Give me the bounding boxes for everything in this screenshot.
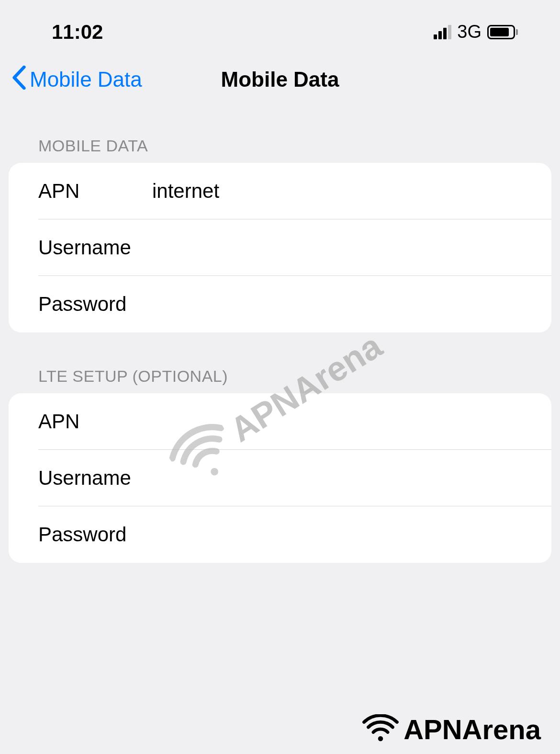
- input-lte-username[interactable]: [152, 467, 551, 490]
- battery-icon: [487, 25, 518, 39]
- back-label: Mobile Data: [30, 68, 142, 91]
- row-label-username: Username: [38, 236, 152, 259]
- content: MOBILE DATA APN Username Password LTE SE…: [0, 93, 560, 563]
- row-lte-apn[interactable]: APN: [9, 393, 551, 450]
- signal-strength-icon: [434, 25, 451, 39]
- row-password[interactable]: Password: [9, 276, 551, 332]
- status-bar: 11:02 3G: [0, 0, 560, 46]
- row-label-lte-password: Password: [38, 523, 152, 546]
- nav-bar: Mobile Data Mobile Data: [0, 46, 560, 93]
- status-right: 3G: [434, 22, 518, 42]
- row-lte-username[interactable]: Username: [9, 450, 551, 506]
- page-title: Mobile Data: [221, 68, 339, 91]
- wifi-icon: [361, 714, 400, 745]
- section-group-mobile-data: APN Username Password: [9, 163, 551, 332]
- row-label-lte-apn: APN: [38, 410, 152, 433]
- network-type: 3G: [457, 22, 482, 42]
- watermark-text: APNArena: [403, 713, 541, 745]
- row-apn[interactable]: APN: [9, 163, 551, 219]
- row-lte-password[interactable]: Password: [9, 506, 551, 563]
- input-lte-apn[interactable]: [152, 410, 551, 433]
- input-password[interactable]: [152, 293, 551, 316]
- section-header-lte: LTE SETUP (OPTIONAL): [9, 367, 551, 393]
- row-label-apn: APN: [38, 180, 152, 203]
- row-label-lte-username: Username: [38, 467, 152, 490]
- chevron-left-icon: [11, 66, 27, 93]
- input-apn[interactable]: [152, 180, 551, 203]
- row-label-password: Password: [38, 293, 152, 316]
- section-header-mobile-data: MOBILE DATA: [9, 137, 551, 163]
- section-group-lte: APN Username Password: [9, 393, 551, 563]
- watermark-bottom: APNArena: [361, 713, 541, 745]
- status-time: 11:02: [52, 21, 103, 44]
- input-username[interactable]: [152, 236, 551, 259]
- input-lte-password[interactable]: [152, 523, 551, 546]
- row-username[interactable]: Username: [9, 219, 551, 276]
- svg-point-0: [378, 736, 383, 741]
- back-button[interactable]: Mobile Data: [11, 66, 142, 93]
